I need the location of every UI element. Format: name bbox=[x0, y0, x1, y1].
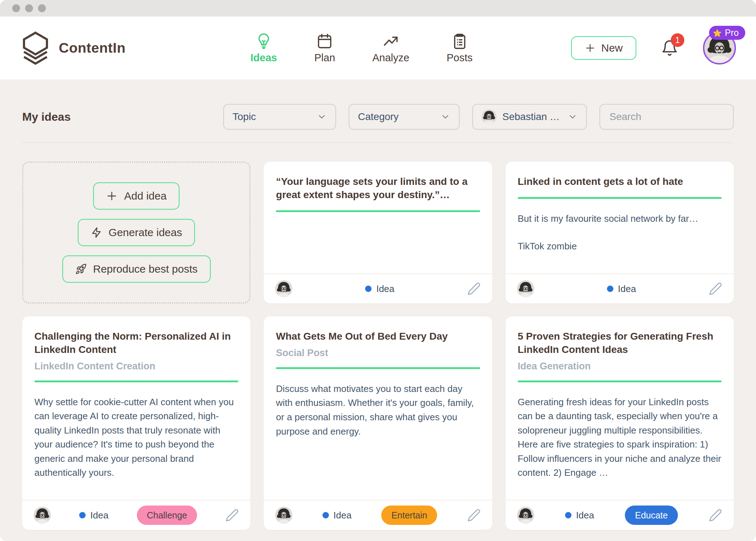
card-body: But it is my favourite social network by… bbox=[518, 212, 722, 254]
topic-filter-dropdown[interactable]: Topic bbox=[223, 104, 336, 130]
idea-dot-icon bbox=[607, 286, 613, 292]
idea-type-tag: Idea bbox=[322, 510, 352, 521]
notification-count-badge: 1 bbox=[671, 33, 684, 47]
nav-tab-posts[interactable]: Posts bbox=[446, 33, 473, 64]
category-filter-label: Category bbox=[358, 111, 399, 123]
topic-filter-label: Topic bbox=[233, 111, 256, 123]
card-title: What Gets Me Out of Bed Every Day bbox=[276, 330, 480, 343]
avatar bbox=[275, 507, 292, 524]
idea-card-challenging-norm[interactable]: Challenging the Norm: Personalized AI in… bbox=[22, 316, 250, 530]
pencil-icon bbox=[709, 282, 722, 296]
add-idea-card: Add idea Generate ideas Reproduce best p… bbox=[22, 162, 250, 303]
card-content: Challenging the Norm: Personalized AI in… bbox=[22, 316, 250, 500]
notifications-button[interactable]: 1 bbox=[661, 39, 679, 57]
card-body: Discuss what motivates you to start each… bbox=[276, 382, 480, 439]
pencil-icon bbox=[709, 508, 722, 522]
search-input[interactable] bbox=[609, 111, 724, 123]
card-title: “Your language sets your limits and to a… bbox=[276, 175, 480, 202]
nav-tab-analyze[interactable]: Analyze bbox=[372, 33, 409, 64]
nav-label: Posts bbox=[446, 52, 473, 64]
star-icon bbox=[713, 28, 722, 38]
author-filter-dropdown[interactable]: Sebastian … bbox=[472, 104, 587, 130]
generate-ideas-button[interactable]: Generate ideas bbox=[78, 219, 195, 246]
reproduce-best-posts-button[interactable]: Reproduce best posts bbox=[62, 255, 211, 283]
idea-type-label: Idea bbox=[376, 283, 394, 295]
card-footer: Idea Educate bbox=[506, 500, 734, 530]
add-idea-button[interactable]: Add idea bbox=[93, 182, 179, 210]
idea-card-out-of-bed[interactable]: What Gets Me Out of Bed Every Day Social… bbox=[264, 316, 492, 530]
add-idea-button-label: Add idea bbox=[124, 190, 166, 202]
new-button[interactable]: New bbox=[571, 36, 636, 60]
idea-dot-icon bbox=[565, 512, 571, 518]
window-close-button[interactable] bbox=[12, 4, 20, 12]
card-topic-subtitle: Social Post bbox=[276, 348, 480, 359]
filter-bar: My ideas Topic Category Sebastian … bbox=[22, 104, 734, 130]
nav-label: Ideas bbox=[250, 52, 277, 64]
idea-card-linkedin-hate[interactable]: Linked in content gets a lot of hate But… bbox=[506, 162, 734, 303]
category-badge[interactable]: Entertain bbox=[381, 506, 437, 525]
nav-tab-ideas[interactable]: Ideas bbox=[250, 33, 277, 64]
nav-tab-plan[interactable]: Plan bbox=[314, 33, 335, 64]
ideas-grid: Add idea Generate ideas Reproduce best p… bbox=[22, 162, 734, 530]
pencil-icon bbox=[467, 282, 481, 296]
zap-icon bbox=[91, 227, 102, 238]
page-title: My ideas bbox=[22, 110, 71, 124]
card-accent-rule bbox=[518, 197, 722, 199]
idea-dot-icon bbox=[365, 286, 372, 292]
category-badge[interactable]: Educate bbox=[625, 506, 678, 525]
avatar bbox=[517, 507, 534, 524]
edit-idea-button[interactable] bbox=[709, 282, 722, 296]
idea-type-tag: Idea bbox=[79, 510, 109, 521]
card-content: “Your language sets your limits and to a… bbox=[264, 162, 492, 273]
card-content: 5 Proven Strategies for Generating Fresh… bbox=[506, 316, 734, 500]
app-window: ContentIn Ideas Plan bbox=[0, 0, 756, 541]
idea-dot-icon bbox=[322, 512, 329, 518]
card-title: 5 Proven Strategies for Generating Fresh… bbox=[518, 330, 722, 356]
card-accent-rule bbox=[276, 367, 480, 369]
nav-label: Analyze bbox=[372, 52, 409, 64]
search-box bbox=[599, 104, 734, 130]
idea-type-label: Idea bbox=[334, 510, 352, 521]
card-body-paragraph: But it is my favourite social network by… bbox=[518, 212, 722, 226]
edit-idea-button[interactable] bbox=[709, 508, 722, 522]
card-body-paragraph: TikTok zombie bbox=[518, 239, 722, 254]
idea-type-tag: Idea bbox=[365, 283, 394, 295]
card-content: What Gets Me Out of Bed Every Day Social… bbox=[264, 316, 492, 500]
reproduce-best-posts-button-label: Reproduce best posts bbox=[93, 263, 198, 275]
rocket-icon bbox=[75, 263, 87, 275]
plus-icon bbox=[106, 190, 118, 202]
category-badge[interactable]: Challenge bbox=[137, 506, 197, 525]
edit-idea-button[interactable] bbox=[467, 508, 481, 522]
avatar bbox=[275, 280, 292, 297]
card-body-paragraph: Why settle for cookie-cutter AI content … bbox=[34, 395, 238, 480]
idea-type-tag: Idea bbox=[565, 510, 594, 521]
generate-ideas-button-label: Generate ideas bbox=[109, 226, 182, 239]
app-header: ContentIn Ideas Plan bbox=[0, 16, 756, 80]
idea-type-label: Idea bbox=[576, 510, 594, 521]
window-zoom-button[interactable] bbox=[38, 4, 46, 12]
idea-type-tag: Idea bbox=[607, 283, 636, 295]
contentin-logo-icon bbox=[20, 31, 51, 65]
idea-card-quote[interactable]: “Your language sets your limits and to a… bbox=[264, 162, 492, 303]
plus-icon bbox=[585, 43, 595, 53]
card-footer: Idea Challenge bbox=[22, 500, 250, 530]
category-filter-dropdown[interactable]: Category bbox=[349, 104, 460, 130]
filter-controls: Topic Category Sebastian … bbox=[223, 104, 734, 130]
card-title: Challenging the Norm: Personalized AI in… bbox=[34, 330, 238, 356]
window-minimize-button[interactable] bbox=[25, 4, 33, 12]
card-body-paragraph: Generating fresh ideas for your LinkedIn… bbox=[518, 395, 722, 480]
card-accent-rule bbox=[518, 380, 722, 382]
edit-idea-button[interactable] bbox=[225, 508, 239, 522]
edit-idea-button[interactable] bbox=[467, 282, 481, 296]
idea-card-five-strategies[interactable]: 5 Proven Strategies for Generating Fresh… bbox=[506, 316, 734, 530]
chevron-down-icon bbox=[568, 112, 578, 122]
brand-name: ContentIn bbox=[59, 40, 125, 56]
idea-type-label: Idea bbox=[618, 283, 636, 295]
card-accent-rule bbox=[276, 210, 480, 212]
trending-up-icon bbox=[382, 33, 399, 50]
card-accent-rule bbox=[34, 380, 238, 382]
idea-dot-icon bbox=[79, 512, 86, 518]
card-body-paragraph: Discuss what motivates you to start each… bbox=[276, 382, 480, 439]
pencil-icon bbox=[467, 508, 481, 522]
new-button-label: New bbox=[601, 42, 623, 54]
